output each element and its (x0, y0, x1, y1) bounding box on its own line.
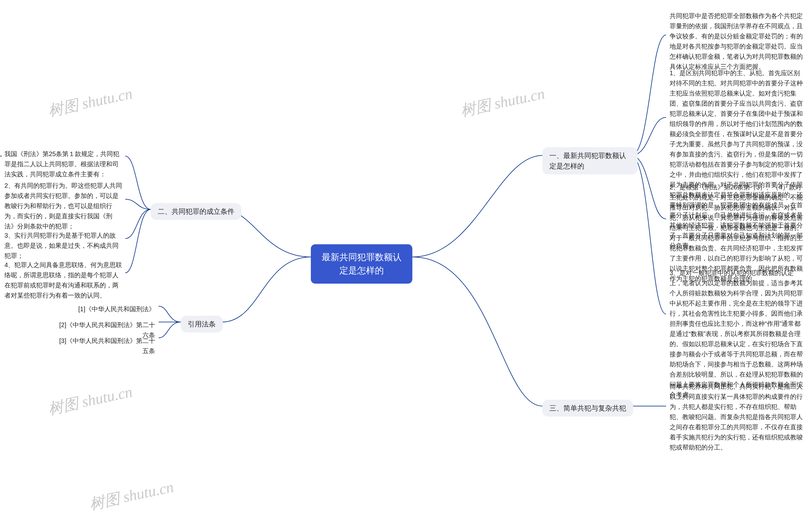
watermark: 树图 shutu.cn (46, 382, 134, 420)
leaf-l2-0: [1]《中华人民共和国刑法》 (56, 303, 157, 315)
leaf-l1-3: 4、犯罪人之间具备意思联络。何为意思联络呢，所谓意思联络，指的是每个犯罪人在犯罪… (3, 259, 126, 302)
branch-right-2[interactable]: 三、简单共犯与复杂共犯 (542, 400, 633, 417)
leaf-l1-1: 2、有共同的犯罪行为。即这些犯罪人共同参加或者共同实行犯罪。参加的，可以是教唆行… (3, 179, 126, 232)
leaf-l1-2: 3、实行共同犯罪行为是基于犯罪人的故意。也即是说，如果是过失，不构成共同犯罪； (3, 229, 126, 262)
leaf-l2-2: [3]《中华人民共和国刑法》第二十五条 (56, 334, 157, 357)
leaf-l1-0: 我国《刑法》第25条第１款规定，共同犯罪是指二人以上共同犯罪。根据法理和司法实践… (3, 147, 126, 180)
branch-left-2[interactable]: 引用法条 (181, 316, 223, 333)
branch-left-1[interactable]: 二、共同犯罪的成立条件 (151, 203, 241, 220)
mindmap-canvas: { "root": "最新共同犯罪数额认定是怎样的", "right": { "… (0, 0, 812, 513)
watermark: 树图 shutu.cn (88, 477, 175, 513)
root-node[interactable]: 最新共同犯罪数额认定是怎样的 (311, 244, 412, 284)
branch-right-1[interactable]: 一、最新共同犯罪数额认定是怎样的 (542, 147, 638, 174)
watermark: 树图 shutu.cn (46, 83, 134, 121)
leaf-r1-0: 共同犯罪中是否把犯罪全部数额作为各个共犯定罪量刑的依据，我国刑法学界存在不同观点… (668, 9, 807, 73)
watermark: 树图 shutu.cn (459, 83, 547, 121)
leaf-r2-0: 简单共犯亦称共同正犯、共同实行犯，是指二人以上共同直接实行某一具体犯罪的构成要件… (668, 380, 807, 454)
